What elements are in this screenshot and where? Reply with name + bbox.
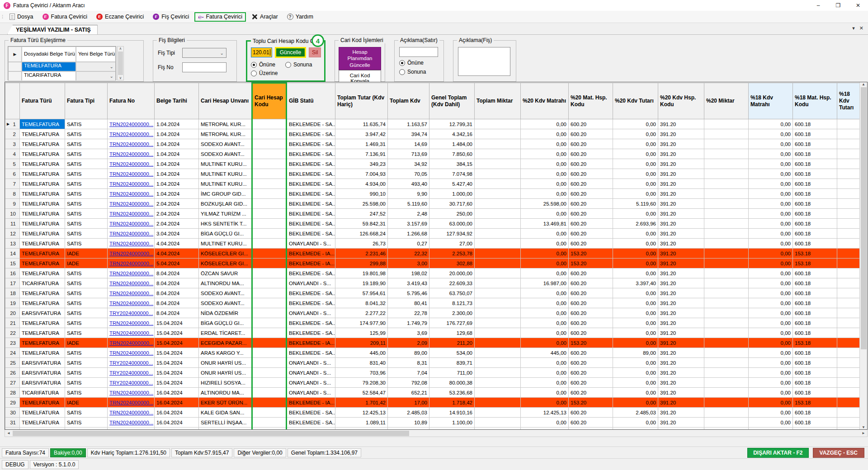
cell-t20[interactable]: 0,00	[613, 308, 658, 318]
cell-tipi[interactable]: SATIS	[65, 408, 108, 418]
fatura-no-link[interactable]: TRN2024000000...	[109, 171, 153, 177]
cell-mik20[interactable]	[704, 398, 749, 408]
cell-unvan[interactable]: ONUR HAYRİ US...	[199, 368, 252, 378]
match-row-selector[interactable]	[8, 62, 22, 71]
cell-mik20[interactable]	[704, 179, 749, 189]
cell-hsp20k[interactable]: 391.20	[658, 129, 704, 139]
cell-turu[interactable]: TEMELFATURA	[20, 169, 65, 179]
cell-hsp20k[interactable]: 391.20	[658, 119, 704, 129]
cell-t20[interactable]: 0,00	[613, 258, 658, 268]
column-header-hsp20m[interactable]: %20 Mat. Hsp. Kodu	[569, 83, 613, 119]
cell-tipi[interactable]: SATIS	[65, 288, 108, 298]
cell-tarih[interactable]: 16.04.2024	[155, 408, 199, 418]
cell-tarih[interactable]: 1.04.2024	[155, 179, 199, 189]
scroll-thumb[interactable]	[13, 431, 409, 436]
cell-m20[interactable]: 0,00	[521, 119, 569, 129]
cell-kdv[interactable]: 7,04	[388, 368, 429, 378]
column-header-genel[interactable]: Genel Toplam (Kdv Dahil)	[429, 83, 475, 119]
row-selector[interactable]: 3	[5, 139, 20, 149]
fatura-no-link[interactable]: TRN2024000000...	[109, 181, 153, 187]
cell-hsp18[interactable]: 600.18	[793, 388, 837, 398]
cell-tipi[interactable]: SATIS	[65, 298, 108, 308]
cell-turu[interactable]: TEMELFATURA	[20, 268, 65, 278]
scroll-thumb[interactable]	[861, 87, 867, 349]
row-selector[interactable]: 31	[5, 418, 20, 428]
fatura-no-link[interactable]: TRY2024000000...	[109, 370, 153, 376]
cell-no[interactable]: TRN2024000000...	[108, 338, 155, 348]
radio-sonuna[interactable]: Sonuna	[399, 69, 439, 75]
cell-m20[interactable]: 0,00	[521, 398, 569, 408]
cell-kdv[interactable]: 2,09	[388, 338, 429, 348]
cell-tipi[interactable]: SATIS	[65, 149, 108, 159]
cell-t18[interactable]	[837, 129, 860, 139]
cell-hsp20k[interactable]: 391.20	[658, 358, 704, 368]
cell-gib[interactable]: BEKLEMEDE - SA...	[287, 418, 335, 428]
cell-tarih[interactable]: 4.04.2024	[155, 239, 199, 249]
cell-hsp18[interactable]: 600.18	[793, 119, 837, 129]
cell-unvan[interactable]: SODEXO AVANT...	[199, 288, 252, 298]
cell-m18[interactable]: 0,00	[749, 239, 793, 249]
cell-kodu[interactable]	[252, 328, 287, 338]
cell-turu[interactable]: TEMELFATURA	[20, 149, 65, 159]
row-selector[interactable]: 4	[5, 149, 20, 159]
cell-miktar[interactable]	[475, 368, 521, 378]
cell-hsp18[interactable]: 600.18	[793, 239, 837, 249]
cell-mik20[interactable]	[704, 159, 749, 169]
cell-t18[interactable]	[837, 258, 860, 268]
cell-no[interactable]: TRN2024000000...	[108, 268, 155, 278]
cell-mik20[interactable]	[704, 318, 749, 328]
cell-gib[interactable]: BEKLEMEDE - SA...	[287, 318, 335, 328]
cell-hsp20k[interactable]: 391.20	[658, 139, 704, 149]
cell-kdv[interactable]: 9,90	[388, 189, 429, 199]
cell-hsp20k[interactable]: 391.20	[658, 328, 704, 338]
cell-hsp20k[interactable]: 391.20	[658, 229, 704, 239]
cell-gib[interactable]: ONAYLANDI - S...	[287, 368, 335, 378]
cell-m18[interactable]: 0,00	[749, 149, 793, 159]
cell-m18[interactable]	[749, 428, 793, 430]
fatura-no-link[interactable]: TRN2024000000...	[109, 211, 153, 216]
cell-tarih[interactable]: 1.04.2024	[155, 119, 199, 129]
cell-genel[interactable]: 129,68	[429, 328, 475, 338]
cell-no[interactable]: TRN2024000000...	[108, 249, 155, 258]
row-selector[interactable]: 14	[5, 249, 20, 258]
cell-m18[interactable]: 0,00	[749, 139, 793, 149]
cell-tutar[interactable]: 79.208,30	[335, 378, 388, 388]
cell-tipi[interactable]: SATIS	[65, 378, 108, 388]
cell-miktar[interactable]	[475, 428, 521, 430]
cell-mik20[interactable]	[704, 388, 749, 398]
row-selector[interactable]: 11	[5, 219, 20, 229]
cell-t18[interactable]	[837, 159, 860, 169]
cell-hsp20k[interactable]: 391.20	[658, 348, 704, 358]
cell-kodu[interactable]	[252, 129, 287, 139]
cell-tarih[interactable]: 1.04.2024	[155, 159, 199, 169]
cell-hsp20m[interactable]: 600.20	[569, 278, 613, 288]
cell-gib[interactable]: BEKLEMEDE - SA...	[287, 179, 335, 189]
aciklama-satir-input[interactable]	[399, 47, 438, 57]
cell-unvan[interactable]: MULTINET KURU...	[199, 179, 252, 189]
cell-hsp20k[interactable]: 391.20	[658, 249, 704, 258]
column-header-gib[interactable]: GİB Statü	[287, 83, 335, 119]
cell-m20[interactable]: 0,00	[521, 229, 569, 239]
cell-tarih[interactable]: 1.04.2024	[155, 129, 199, 139]
cell-genel[interactable]: 63.000,00	[429, 219, 475, 229]
cell-m20[interactable]: 0,00	[521, 179, 569, 189]
cell-gib[interactable]: BEKLEMEDE - SA...	[287, 328, 335, 338]
row-selector[interactable]: 32	[5, 428, 20, 430]
cell-genel[interactable]: 384,15	[429, 159, 475, 169]
cell-hsp18[interactable]: 153.18	[793, 398, 837, 408]
cell-turu[interactable]: TEMELFATURA	[20, 298, 65, 308]
cell-m18[interactable]: 0,00	[749, 199, 793, 209]
cell-tipi[interactable]: SATIS	[65, 199, 108, 209]
cell-tipi[interactable]: SATIS	[65, 418, 108, 428]
cell-m20[interactable]: 25.598,00	[521, 199, 569, 209]
select-all-header[interactable]	[5, 83, 20, 119]
minimize-button[interactable]: –	[808, 0, 828, 11]
fatura-no-link[interactable]: TRY2024000000...	[109, 360, 153, 366]
cell-mik20[interactable]	[704, 288, 749, 298]
cell-m18[interactable]: 0,00	[749, 378, 793, 388]
match-row-value[interactable]: TICARIFATURA	[22, 71, 76, 81]
cell-t18[interactable]	[837, 328, 860, 338]
cell-genel[interactable]: 22.609,33	[429, 278, 475, 288]
menu-eczane-cevirici[interactable]: E Eczane Çevirici	[93, 12, 147, 21]
cell-kdv[interactable]: 34,92	[388, 159, 429, 169]
